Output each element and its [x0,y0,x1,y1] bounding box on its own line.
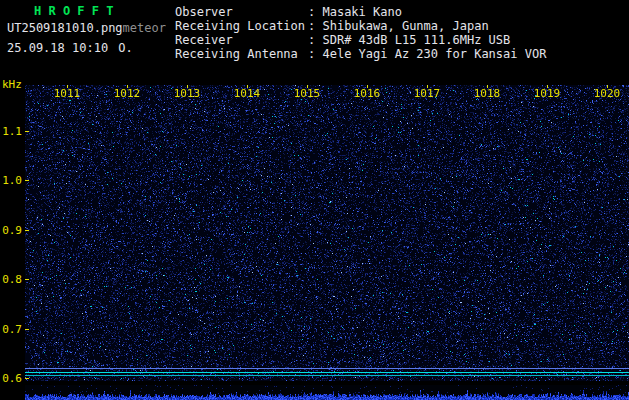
spectrogram-plot: 1011101210131014101510161017101810191020 [25,85,629,381]
metadata-separator: : [308,47,322,61]
metadata-block: Observer: Masaki KanoReceiving Location:… [175,5,546,61]
y-tick-label: 0.6 [0,372,22,385]
y-tick-label: 0.9 [0,224,22,237]
metadata-value: SDR# 43dB L15 111.6MHz USB [322,33,510,47]
x-tick-label: 1011 [53,87,81,100]
metadata-separator: : [308,33,322,47]
timestamp: 25.09.18 10:10 [7,41,108,55]
metadata-value: Masaki Kano [322,5,401,19]
signal-level-strip [25,385,629,400]
signal-level-canvas [25,385,629,400]
y-tick-mark [25,378,29,379]
y-tick-mark [25,131,29,132]
x-tick-label: 1014 [233,87,261,100]
carrier-line [25,375,629,376]
status-indicator: O. [118,41,132,55]
metadata-row-2: Receiver: SDR# 43dB L15 111.6MHz USB [175,33,546,47]
x-tick-label: 1017 [413,87,441,100]
output-filename: UT2509181010.png [7,21,123,35]
metadata-label: Receiving Antenna [175,47,308,61]
hrofft-app: H R O F F T UT2509181010.pngmeteor 25.09… [0,0,629,400]
y-tick-mark [25,180,29,181]
time-line: 25.09.18 10:10O. [7,41,133,55]
y-tick-label: 0.8 [0,273,22,286]
metadata-separator: : [308,19,322,33]
metadata-value: 4ele Yagi Az 230 for Kansai VOR [322,47,546,61]
metadata-row-0: Observer: Masaki Kano [175,5,546,19]
metadata-row-3: Receiving Antenna: 4ele Yagi Az 230 for … [175,47,546,61]
y-axis: kHz 1.11.00.90.80.70.6 [0,85,25,381]
carrier-line [25,372,629,373]
metadata-label: Observer [175,5,308,19]
x-tick-label: 1013 [173,87,201,100]
app-title: H R O F F T [34,4,113,18]
y-tick-label: 1.1 [0,125,22,138]
metadata-label: Receiver [175,33,308,47]
x-tick-label: 1016 [353,87,381,100]
y-tick-mark [25,230,29,231]
y-axis-unit: kHz [2,78,22,91]
metadata-row-1: Receiving Location: Shibukawa, Gunma, Ja… [175,19,546,33]
metadata-separator: : [308,5,322,19]
file-line: UT2509181010.pngmeteor [7,21,166,35]
y-tick-mark [25,329,29,330]
metadata-value: Shibukawa, Gunma, Japan [322,19,488,33]
station-mode-label: meteor [123,21,166,35]
x-tick-label: 1019 [533,87,561,100]
x-tick-label: 1015 [293,87,321,100]
x-tick-label: 1020 [593,87,621,100]
y-tick-label: 0.7 [0,323,22,336]
x-tick-label: 1018 [473,87,501,100]
carrier-line [25,368,629,369]
y-tick-mark [25,279,29,280]
spectrogram-canvas [25,85,629,381]
metadata-label: Receiving Location [175,19,308,33]
y-tick-label: 1.0 [0,174,22,187]
x-tick-label: 1012 [113,87,141,100]
